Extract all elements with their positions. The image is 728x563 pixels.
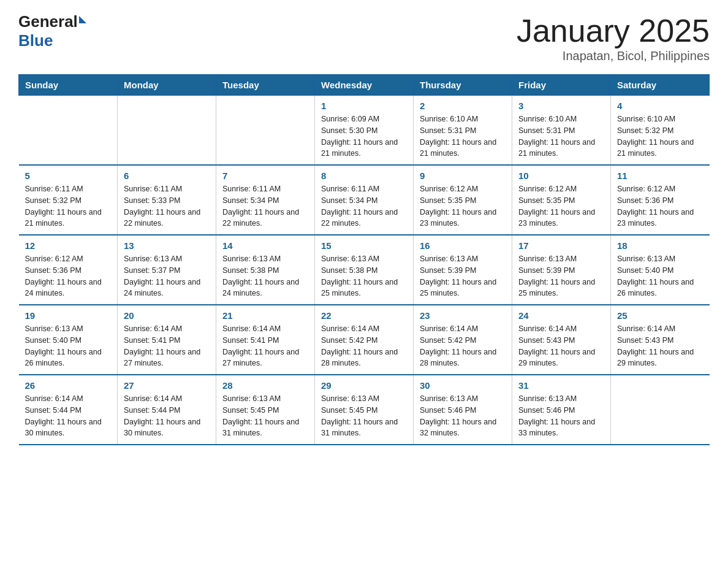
day-info: Sunrise: 6:13 AM Sunset: 5:45 PM Dayligh… [321,393,407,439]
day-info: Sunrise: 6:10 AM Sunset: 5:32 PM Dayligh… [617,113,703,159]
day-info: Sunrise: 6:13 AM Sunset: 5:38 PM Dayligh… [222,253,308,299]
calendar-cell [118,96,216,166]
day-number: 3 [518,101,604,111]
calendar-cell: 6Sunrise: 6:11 AM Sunset: 5:33 PM Daylig… [118,165,216,235]
calendar-cell: 26Sunrise: 6:14 AM Sunset: 5:44 PM Dayli… [19,375,118,445]
day-info: Sunrise: 6:13 AM Sunset: 5:40 PM Dayligh… [25,323,112,369]
calendar-cell [216,96,315,166]
calendar-cell: 2Sunrise: 6:10 AM Sunset: 5:31 PM Daylig… [414,96,512,166]
header-cell-wednesday: Wednesday [315,75,414,96]
header-cell-saturday: Saturday [611,75,710,96]
day-info: Sunrise: 6:13 AM Sunset: 5:45 PM Dayligh… [222,393,308,439]
day-number: 31 [518,380,604,391]
logo-general-text: General [18,12,78,31]
calendar-cell: 25Sunrise: 6:14 AM Sunset: 5:43 PM Dayli… [611,305,710,375]
week-row-3: 12Sunrise: 6:12 AM Sunset: 5:36 PM Dayli… [19,235,710,305]
logo-triangle-icon [79,16,86,23]
header-cell-monday: Monday [118,75,216,96]
day-info: Sunrise: 6:13 AM Sunset: 5:37 PM Dayligh… [124,253,210,299]
day-number: 21 [222,310,308,321]
day-number: 14 [222,240,308,251]
day-number: 15 [321,240,407,251]
day-info: Sunrise: 6:14 AM Sunset: 5:41 PM Dayligh… [124,323,210,369]
calendar-cell: 18Sunrise: 6:13 AM Sunset: 5:40 PM Dayli… [611,235,710,305]
day-number: 28 [222,380,308,391]
calendar-cell: 12Sunrise: 6:12 AM Sunset: 5:36 PM Dayli… [19,235,118,305]
day-number: 18 [617,240,703,251]
day-info: Sunrise: 6:09 AM Sunset: 5:30 PM Dayligh… [321,113,407,159]
day-number: 6 [124,170,210,181]
day-number: 19 [25,310,112,321]
day-info: Sunrise: 6:11 AM Sunset: 5:32 PM Dayligh… [25,183,112,229]
day-number: 8 [321,170,407,181]
day-info: Sunrise: 6:14 AM Sunset: 5:43 PM Dayligh… [617,323,703,369]
day-number: 29 [321,380,407,391]
day-number: 25 [617,310,703,321]
day-info: Sunrise: 6:13 AM Sunset: 5:40 PM Dayligh… [617,253,703,299]
week-row-5: 26Sunrise: 6:14 AM Sunset: 5:44 PM Dayli… [19,375,710,445]
day-number: 22 [321,310,407,321]
calendar-cell: 15Sunrise: 6:13 AM Sunset: 5:38 PM Dayli… [315,235,414,305]
day-number: 24 [518,310,604,321]
day-info: Sunrise: 6:11 AM Sunset: 5:34 PM Dayligh… [222,183,308,229]
day-info: Sunrise: 6:14 AM Sunset: 5:41 PM Dayligh… [222,323,308,369]
day-number: 13 [124,240,210,251]
calendar-cell: 5Sunrise: 6:11 AM Sunset: 5:32 PM Daylig… [19,165,118,235]
calendar-cell: 4Sunrise: 6:10 AM Sunset: 5:32 PM Daylig… [611,96,710,166]
day-number: 20 [124,310,210,321]
header-row: SundayMondayTuesdayWednesdayThursdayFrid… [19,75,710,96]
day-info: Sunrise: 6:11 AM Sunset: 5:33 PM Dayligh… [124,183,210,229]
calendar-cell [611,375,710,445]
calendar-cell: 22Sunrise: 6:14 AM Sunset: 5:42 PM Dayli… [315,305,414,375]
day-info: Sunrise: 6:14 AM Sunset: 5:43 PM Dayligh… [518,323,604,369]
calendar-cell: 30Sunrise: 6:13 AM Sunset: 5:46 PM Dayli… [414,375,512,445]
day-number: 17 [518,240,604,251]
calendar-cell: 8Sunrise: 6:11 AM Sunset: 5:34 PM Daylig… [315,165,414,235]
day-info: Sunrise: 6:12 AM Sunset: 5:35 PM Dayligh… [420,183,506,229]
calendar-cell: 14Sunrise: 6:13 AM Sunset: 5:38 PM Dayli… [216,235,315,305]
header-cell-sunday: Sunday [19,75,118,96]
calendar-table: SundayMondayTuesdayWednesdayThursdayFrid… [18,74,710,445]
week-row-1: 1Sunrise: 6:09 AM Sunset: 5:30 PM Daylig… [19,96,710,166]
day-number: 11 [617,170,703,181]
day-info: Sunrise: 6:12 AM Sunset: 5:36 PM Dayligh… [617,183,703,229]
day-info: Sunrise: 6:14 AM Sunset: 5:44 PM Dayligh… [124,393,210,439]
day-info: Sunrise: 6:12 AM Sunset: 5:35 PM Dayligh… [518,183,604,229]
day-number: 12 [25,240,112,251]
day-number: 2 [420,101,506,111]
day-info: Sunrise: 6:14 AM Sunset: 5:44 PM Dayligh… [25,393,112,439]
header-cell-friday: Friday [512,75,611,96]
day-info: Sunrise: 6:13 AM Sunset: 5:38 PM Dayligh… [321,253,407,299]
logo-blue-text: Blue [18,31,53,50]
title-block: January 2025 Inapatan, Bicol, Philippine… [517,12,710,63]
calendar-cell: 29Sunrise: 6:13 AM Sunset: 5:45 PM Dayli… [315,375,414,445]
day-info: Sunrise: 6:10 AM Sunset: 5:31 PM Dayligh… [518,113,604,159]
calendar-cell: 17Sunrise: 6:13 AM Sunset: 5:39 PM Dayli… [512,235,611,305]
calendar-cell: 13Sunrise: 6:13 AM Sunset: 5:37 PM Dayli… [118,235,216,305]
day-info: Sunrise: 6:13 AM Sunset: 5:39 PM Dayligh… [420,253,506,299]
header-cell-tuesday: Tuesday [216,75,315,96]
day-number: 5 [25,170,112,181]
day-number: 4 [617,101,703,111]
page-header: General Blue January 2025 Inapatan, Bico… [18,12,710,63]
calendar-cell [19,96,118,166]
calendar-cell: 3Sunrise: 6:10 AM Sunset: 5:31 PM Daylig… [512,96,611,166]
calendar-header: SundayMondayTuesdayWednesdayThursdayFrid… [19,75,710,96]
calendar-cell: 24Sunrise: 6:14 AM Sunset: 5:43 PM Dayli… [512,305,611,375]
day-number: 10 [518,170,604,181]
day-number: 30 [420,380,506,391]
day-number: 26 [25,380,112,391]
calendar-cell: 11Sunrise: 6:12 AM Sunset: 5:36 PM Dayli… [611,165,710,235]
calendar-cell: 1Sunrise: 6:09 AM Sunset: 5:30 PM Daylig… [315,96,414,166]
calendar-cell: 20Sunrise: 6:14 AM Sunset: 5:41 PM Dayli… [118,305,216,375]
calendar-cell: 31Sunrise: 6:13 AM Sunset: 5:46 PM Dayli… [512,375,611,445]
calendar-subtitle: Inapatan, Bicol, Philippines [517,49,710,63]
header-cell-thursday: Thursday [414,75,512,96]
calendar-cell: 19Sunrise: 6:13 AM Sunset: 5:40 PM Dayli… [19,305,118,375]
calendar-cell: 7Sunrise: 6:11 AM Sunset: 5:34 PM Daylig… [216,165,315,235]
day-number: 7 [222,170,308,181]
day-info: Sunrise: 6:13 AM Sunset: 5:46 PM Dayligh… [420,393,506,439]
calendar-cell: 16Sunrise: 6:13 AM Sunset: 5:39 PM Dayli… [414,235,512,305]
calendar-cell: 10Sunrise: 6:12 AM Sunset: 5:35 PM Dayli… [512,165,611,235]
day-info: Sunrise: 6:10 AM Sunset: 5:31 PM Dayligh… [420,113,506,159]
